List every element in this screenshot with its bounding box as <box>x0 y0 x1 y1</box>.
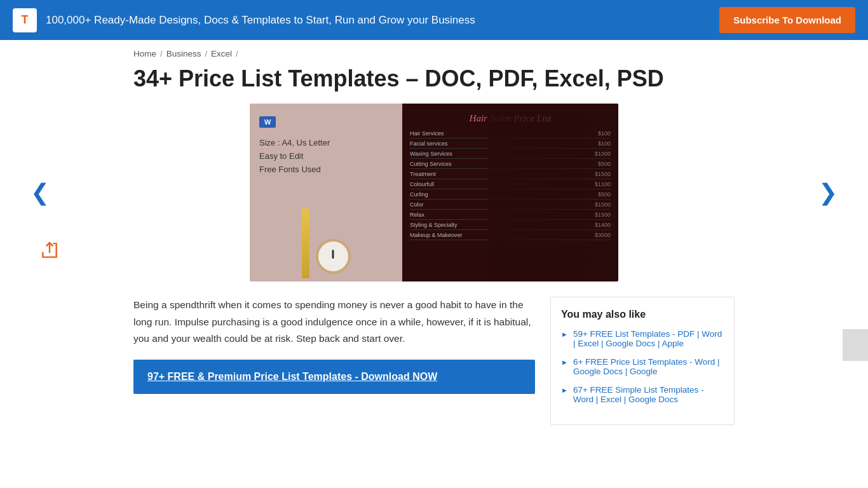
sidebar-link-text: 59+ FREE List Templates - PDF | Word | E… <box>573 329 724 348</box>
image-right-panel: Hair Salon Price List Hair Services$100F… <box>402 104 618 281</box>
top-banner: T 100,000+ Ready-Made Designs, Docs & Te… <box>0 0 868 40</box>
share-icon <box>39 240 60 262</box>
page-title: 34+ Price List Templates – DOC, PDF, Exc… <box>133 65 735 92</box>
decorative-items <box>250 193 402 281</box>
sidebar-link-item[interactable]: ►59+ FREE List Templates - PDF | Word | … <box>561 329 724 348</box>
face-overlay <box>489 104 618 281</box>
carousel-wrapper: ❮ W Size : A4, Us Letter Easy to Edit Fr… <box>133 104 735 281</box>
sidebar-box: You may also like ►59+ FREE List Templat… <box>550 297 735 425</box>
description-text: Being a spendthrift when it comes to spe… <box>133 297 535 347</box>
share-button[interactable] <box>39 240 60 262</box>
brand-logo: T <box>13 8 37 32</box>
sidebar-links: ►59+ FREE List Templates - PDF | Word | … <box>561 329 724 404</box>
banner-left: T 100,000+ Ready-Made Designs, Docs & Te… <box>13 8 475 32</box>
hero-image: W Size : A4, Us Letter Easy to Edit Free… <box>250 104 618 281</box>
sidebar-title: You may also like <box>561 309 724 320</box>
sidebar-arrow-icon: ► <box>561 386 568 394</box>
banner-tagline: 100,000+ Ready-Made Designs, Docs & Temp… <box>46 14 475 27</box>
main-content: Home / Business / Excel / 34+ Price List… <box>0 40 868 425</box>
breadcrumb-sep-1: / <box>160 49 163 58</box>
breadcrumb-excel[interactable]: Excel <box>211 49 232 58</box>
main-column: Being a spendthrift when it comes to spe… <box>133 297 535 394</box>
sidebar-link-item[interactable]: ►6+ FREE Price List Templates - Word | G… <box>561 357 724 376</box>
breadcrumb-sep-3: / <box>236 49 238 58</box>
sidebar: You may also like ►59+ FREE List Templat… <box>550 297 735 425</box>
breadcrumb-sep-2: / <box>205 49 207 58</box>
sidebar-link-item[interactable]: ►67+ FREE Simple List Templates - Word |… <box>561 385 724 404</box>
cta-link[interactable]: 97+ FREE & Premium Price List Templates … <box>147 371 437 382</box>
sidebar-link-text: 6+ FREE Price List Templates - Word | Go… <box>573 357 724 376</box>
sidebar-link-text: 67+ FREE Simple List Templates - Word | … <box>573 385 724 404</box>
scroll-indicator[interactable] <box>843 329 868 361</box>
carousel-prev-button[interactable]: ❮ <box>25 176 55 209</box>
breadcrumb: Home / Business / Excel / <box>133 40 735 65</box>
image-left-panel: W Size : A4, Us Letter Easy to Edit Free… <box>250 104 402 281</box>
breadcrumb-home[interactable]: Home <box>133 49 156 58</box>
carousel-next-button[interactable]: ❯ <box>813 176 843 209</box>
cta-box: 97+ FREE & Premium Price List Templates … <box>133 360 535 394</box>
sidebar-arrow-icon: ► <box>561 330 568 338</box>
image-left-text: Size : A4, Us Letter Easy to Edit Free F… <box>259 137 330 176</box>
two-column-layout: Being a spendthrift when it comes to spe… <box>133 297 735 425</box>
sidebar-arrow-icon: ► <box>561 358 568 366</box>
pencil-decoration <box>302 208 309 278</box>
watch-decoration <box>316 239 351 274</box>
word-badge: W <box>259 116 276 128</box>
breadcrumb-business[interactable]: Business <box>166 49 201 58</box>
subscribe-button[interactable]: Subscribe To Download <box>719 7 855 33</box>
